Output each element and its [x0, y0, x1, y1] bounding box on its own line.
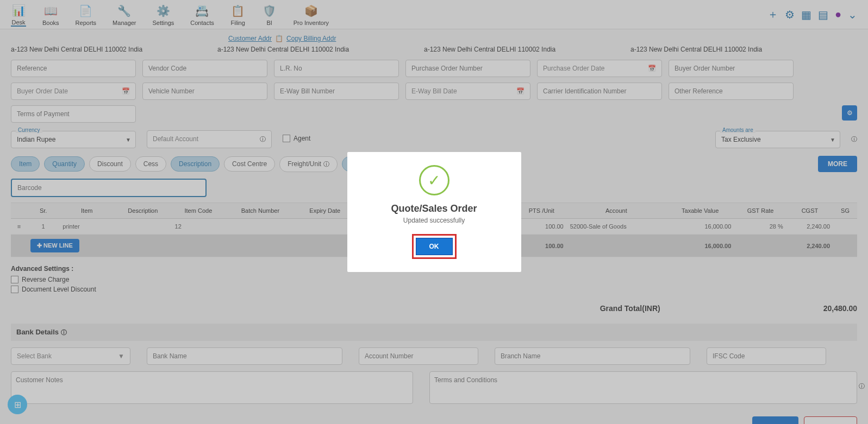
modal-overlay: ✓ Quote/Sales Order Updated successfully…: [0, 0, 868, 424]
success-dialog: ✓ Quote/Sales Order Updated successfully…: [347, 152, 521, 272]
check-icon: ✓: [419, 165, 449, 195]
dialog-message: Updated successfully: [358, 217, 510, 224]
dialog-title: Quote/Sales Order: [358, 203, 510, 214]
ok-highlight: OK: [412, 234, 457, 259]
ok-button[interactable]: OK: [416, 238, 453, 255]
